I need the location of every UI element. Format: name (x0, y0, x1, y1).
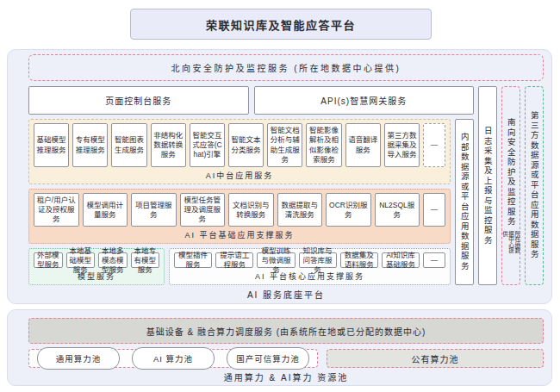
service-box: 语音翻译服务 (345, 123, 381, 167)
ai-middle-services-group: 基础模型推理服务专有模型推理服务智能图表生成服务非结构化数据转换服务智能交互式应… (28, 119, 451, 184)
service-box: 非结构化数据转换服务 (151, 123, 186, 167)
core-services-row: 外部模型服务本地基础模型服务本地多模态模型服务本地专有模型服务 模型服务 模型插… (28, 248, 451, 285)
core-support-services-label: AI 平台核心应用支撑服务 (174, 268, 445, 283)
compute-pools-row: 通用算力池AI 算力池国产可信算力池 公有算力池 (28, 349, 544, 368)
local-compute-pools-group: 通用算力池AI 算力池国产可信算力池 (28, 349, 318, 368)
base-support-services-group: 租户/用户认证及授权服务模型调用计量服务项目管理服务模型任务管理及调度服务文档识… (28, 189, 451, 244)
service-box: 智能交互式应答(Chat)引擎 (190, 123, 225, 167)
service-box: 模型调用计量服务 (83, 193, 128, 227)
compute-resource-panel: 基础设备 & 融合算力调度服务 (由系统所在地或已分配的数据中心) 通用算力池A… (7, 309, 552, 386)
compute-resource-label: 通用算力 & AI算力 资源池 (28, 368, 544, 383)
services-column: 基础模型推理服务专有模型推理服务智能图表生成服务非结构化数据转换服务智能交互式应… (28, 119, 451, 285)
core-support-services-boxes: 模型插件服务提示语工程服务模型训练与微调服务知识库与问答库服务数据集及语料服务A… (174, 252, 445, 268)
service-box: 数据提取与清洗服务 (277, 193, 323, 227)
service-box: 本地基础模型服务 (66, 252, 96, 268)
service-box: — (423, 193, 445, 227)
ai-service-base-label: AI 服务底座平台 (28, 285, 544, 301)
service-box: 智能图表生成服务 (111, 123, 146, 167)
service-box: 外部模型服务 (34, 252, 63, 268)
internal-data-source-label: 内部数据源或平台应用数据服务 (460, 133, 469, 271)
log-collection-bar: 日志采集及上报与监控服务 (478, 86, 497, 285)
platform-left-column: 页面控制台服务 API(s)智慧网关服务 基础模型推理服务专有模型推理服务智能图… (28, 86, 474, 285)
service-box: 知识库与问答库服务 (299, 252, 337, 268)
ai-middle-services-label: AI中台应用服务 (34, 167, 445, 183)
services-row: 基础模型推理服务专有模型推理服务智能图表生成服务非结构化数据转换服务智能交互式应… (28, 119, 474, 285)
web-console-service-box: 页面控制台服务 (28, 86, 249, 115)
south-security-label: 南向安全防护及监控服务 (507, 118, 515, 227)
compute-pool-pill: 国产可信算力池 (227, 347, 309, 370)
service-box: OCR识别服务 (326, 193, 371, 227)
service-box: 专有模型推理服务 (72, 123, 108, 167)
service-box: 提示语工程服务 (215, 252, 253, 268)
compute-pool-pill: AI 算力池 (132, 347, 215, 370)
model-services-label: 模型服务 (34, 268, 159, 283)
api-gateway-service-box: API(s)智慧网关服务 (254, 86, 475, 115)
gateway-row: 页面控制台服务 API(s)智慧网关服务 (28, 86, 474, 115)
service-box: — (423, 123, 445, 167)
model-services-boxes: 外部模型服务本地基础模型服务本地多模态模型服务本地专有模型服务 (34, 252, 159, 268)
model-services-group: 外部模型服务本地基础模型服务本地多模态模型服务本地专有模型服务 模型服务 (28, 248, 165, 285)
service-box: AI知识库基础服务 (382, 252, 420, 268)
north-security-bar: 北向安全防护及监控服务 (所在地数据中心提供) (28, 54, 544, 81)
internal-data-source-bar: 内部数据源或平台应用数据服务 (455, 119, 474, 285)
service-box: 租户/用户认证及授权服务 (34, 193, 79, 227)
core-support-services-group: 模型插件服务提示语工程服务模型训练与微调服务知识库与问答库服务数据集及语料服务A… (169, 248, 451, 285)
service-box: 项目管理服务 (131, 193, 177, 227)
compute-pool-pill: 通用算力池 (37, 347, 120, 370)
third-party-data-bar: 第三方数据源或平台应用数据服务 (525, 86, 544, 285)
service-box: NL2SQL服务 (375, 193, 420, 227)
platform-body: 页面控制台服务 API(s)智慧网关服务 基础模型推理服务专有模型推理服务智能图… (28, 86, 544, 285)
service-box: 模型插件服务 (174, 252, 212, 268)
service-box: 模型训练与微调服务 (257, 252, 295, 268)
page-title: 荣联知识库及智能应答平台 (130, 9, 432, 40)
service-box: 文档识别与转换服务 (228, 193, 274, 227)
service-box: 模型任务管理及调度服务 (180, 193, 226, 227)
service-box: 基础模型推理服务 (34, 123, 69, 167)
ai-middle-services-boxes: 基础模型推理服务专有模型推理服务智能图表生成服务非结构化数据转换服务智能交互式应… (34, 123, 445, 167)
ai-service-base-panel: 北向安全防护及监控服务 (所在地数据中心提供) 页面控制台服务 API(s)智慧… (7, 49, 552, 304)
base-support-services-boxes: 租户/用户认证及授权服务模型调用计量服务项目管理服务模型任务管理及调度服务文档识… (34, 193, 445, 227)
south-security-sublabel: 所在地数据中心提供 (501, 231, 520, 253)
service-box: 本地多模态模型服务 (98, 252, 128, 268)
service-box: 智能文档分析与辅助生成服务 (267, 123, 302, 167)
south-security-bar: 南向安全防护及监控服务 所在地数据中心提供 (501, 86, 520, 285)
service-box: 第三方数据采集及导入服务 (384, 123, 420, 167)
log-collection-label: 日志采集及上报与监控服务 (483, 127, 492, 246)
service-box: 数据集及语料服务 (340, 252, 378, 268)
service-box: 智能文本分类服务 (228, 123, 264, 167)
third-party-data-label: 第三方数据源或平台应用数据服务 (530, 111, 538, 260)
public-compute-pool-box: 公有算力池 (327, 349, 544, 368)
service-box: — (423, 252, 445, 268)
service-box: 本地专有模型服务 (131, 252, 160, 268)
architecture-diagram: 荣联知识库及智能应答平台 北向安全防护及监控服务 (所在地数据中心提供) 页面控… (0, 0, 560, 392)
compute-scheduler-bar: 基础设备 & 融合算力调度服务 (由系统所在地或已分配的数据中心) (28, 318, 544, 344)
base-support-services-label: AI 平台基础应用支撑服务 (34, 227, 445, 242)
service-box: 智能影像解析及相似影像检索服务 (306, 123, 341, 167)
